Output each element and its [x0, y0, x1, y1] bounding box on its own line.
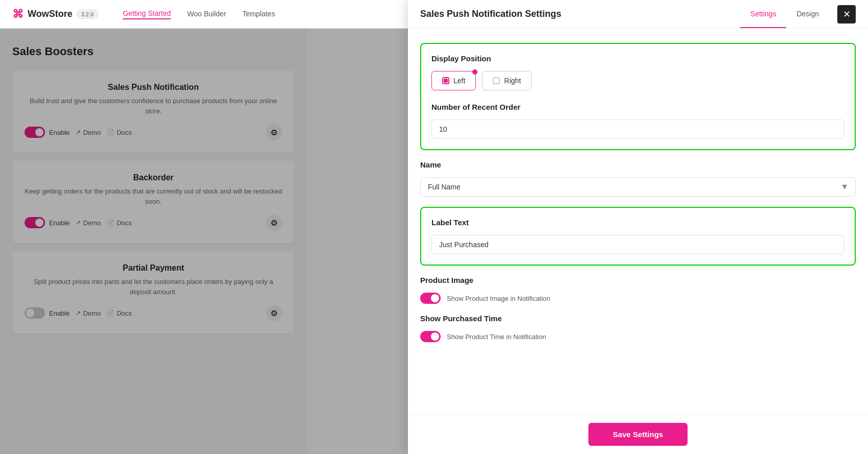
position-right-radio: [493, 77, 500, 84]
show-purchased-time-toggle[interactable]: [420, 331, 441, 342]
logo-icon: ⌘: [12, 8, 24, 21]
product-image-toggle-label: Show Product Image in Notification: [447, 295, 550, 302]
show-purchased-time-toggle-label: Show Product Time in Notification: [447, 333, 546, 341]
logo-area: ⌘ WowStore 3.2.0: [12, 8, 98, 21]
name-section: Name Full Name First Name Last Name ▼: [420, 160, 856, 197]
position-left-wrap: Left: [431, 71, 476, 90]
save-settings-button[interactable]: Save Settings: [588, 423, 688, 446]
close-button[interactable]: ✕: [837, 5, 856, 23]
name-select-wrap: Full Name First Name Last Name ▼: [420, 177, 856, 197]
position-buttons: Left Right: [431, 71, 844, 90]
product-image-toggle[interactable]: [420, 293, 441, 304]
display-position-label: Display Position: [431, 54, 844, 63]
position-right-label: Right: [504, 77, 521, 85]
position-right-button[interactable]: Right: [482, 71, 532, 90]
panel-title: Sales Push Notification Settings: [420, 9, 732, 19]
recent-order-group: Number of Recent Order: [431, 103, 844, 139]
position-left-indicator: [472, 69, 477, 75]
product-image-section: Product Image Show Product Image in Noti…: [420, 276, 856, 304]
panel-header: Sales Push Notification Settings Setting…: [408, 0, 868, 29]
nav-item-woo-builder[interactable]: Woo Builder: [187, 10, 226, 19]
position-left-button[interactable]: Left: [431, 71, 476, 90]
panel-body: Display Position Left Right Nu: [408, 29, 868, 414]
name-label: Name: [420, 160, 856, 169]
show-purchased-time-label: Show Purchased Time: [420, 314, 856, 323]
nav-item-templates[interactable]: Templates: [242, 10, 275, 19]
label-text-label: Label Text: [431, 218, 844, 227]
logo-text: WowStore: [28, 9, 73, 19]
position-left-label: Left: [453, 77, 465, 85]
version-badge: 3.2.0: [77, 10, 98, 19]
panel-footer: Save Settings: [408, 414, 868, 454]
label-text-section: Label Text: [420, 207, 856, 266]
position-left-radio: [442, 77, 449, 84]
nav-item-getting-started[interactable]: Getting Started: [123, 9, 171, 19]
settings-panel: Sales Push Notification Settings Setting…: [408, 0, 868, 454]
tab-settings[interactable]: Settings: [740, 1, 787, 28]
panel-tabs: Settings Design: [740, 1, 829, 28]
product-image-toggle-row: Show Product Image in Notification: [420, 293, 856, 304]
display-position-section: Display Position Left Right Nu: [420, 43, 856, 150]
recent-order-label: Number of Recent Order: [431, 103, 844, 111]
nav-items: Getting Started Woo Builder Templates: [123, 9, 275, 19]
name-select[interactable]: Full Name First Name Last Name: [420, 177, 856, 197]
tab-design[interactable]: Design: [786, 1, 829, 28]
show-purchased-time-toggle-row: Show Product Time in Notification: [420, 331, 856, 342]
show-purchased-time-section: Show Purchased Time Show Product Time in…: [420, 314, 856, 342]
label-text-input[interactable]: [431, 235, 844, 254]
recent-order-input[interactable]: [431, 120, 844, 139]
product-image-label: Product Image: [420, 276, 856, 284]
